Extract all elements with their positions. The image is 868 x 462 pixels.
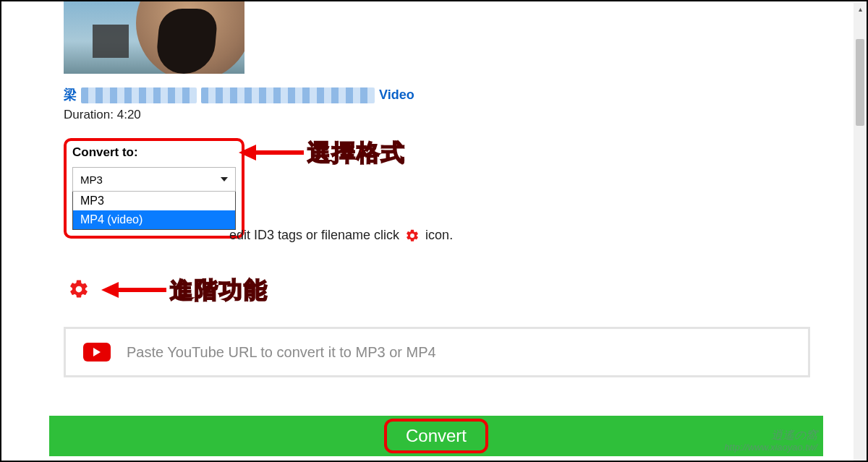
arrow-icon [239,142,304,163]
url-input-placeholder: Paste YouTube URL to convert it to MP3 o… [127,344,436,361]
video-title[interactable]: 梁 Video [64,87,810,103]
annotation-format: 選擇格式 [307,137,406,169]
convert-bar: Convert [49,416,823,456]
hint-line: edit ID3 tags or filename click icon. [229,228,453,243]
title-censored-1 [81,87,197,103]
gear-icon[interactable] [405,228,420,243]
url-input-bar[interactable]: Paste YouTube URL to convert it to MP3 o… [64,327,810,377]
video-duration: Duration: 4:20 [64,108,810,122]
gear-icon[interactable] [68,278,90,303]
svg-marker-3 [101,282,119,298]
convert-button[interactable]: Convert [384,419,488,453]
annotation-advanced: 進階功能 [170,275,268,307]
chevron-down-icon [221,177,228,181]
hint-text: edit ID3 tags or filename click [229,228,399,243]
youtube-icon [83,343,111,362]
scroll-up-icon[interactable]: ▴ [854,3,867,14]
arrow-icon [101,279,166,301]
title-prefix: 梁 [64,87,77,103]
convert-panel: Convert to: MP3 MP3 MP4 (video) [64,138,244,239]
convert-label: Convert to: [72,145,236,160]
scrollbar[interactable]: ▴ [854,3,867,462]
video-thumbnail[interactable] [64,1,244,74]
format-option-mp4[interactable]: MP4 (video) [73,210,235,229]
format-selected-value: MP3 [80,174,103,186]
title-censored-2 [201,87,375,103]
title-suffix: Video [379,87,414,103]
format-option-mp3[interactable]: MP3 [73,192,235,210]
hint-tail: icon. [425,228,453,243]
format-select[interactable]: MP3 [72,167,236,192]
scroll-thumb[interactable] [856,39,864,126]
watermark: 逍遙の窩 http://www.xiaoyao.tw/ [724,428,817,453]
format-options: MP3 MP4 (video) [72,192,236,230]
svg-marker-1 [239,145,256,161]
